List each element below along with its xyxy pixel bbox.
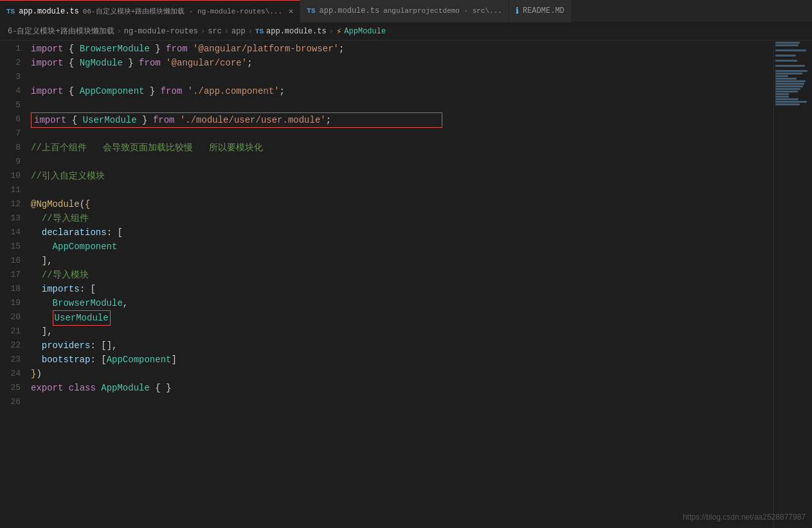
token-white: ], — [42, 326, 53, 337]
token-white — [31, 298, 53, 308]
token-prop: bootstrap — [42, 355, 91, 365]
line-number: 15 — [5, 240, 21, 254]
line-number: 11 — [5, 183, 21, 197]
minimap-line — [775, 73, 802, 75]
line-number: 22 — [5, 339, 21, 353]
line-number: 8 — [5, 141, 21, 155]
tab-inactive-2[interactable]: ℹ README.MD — [509, 0, 572, 22]
code-line — [26, 127, 773, 141]
code-line: declarations: [ — [26, 225, 773, 240]
code-line: import { NgModule } from '@angular/core'… — [26, 56, 773, 70]
minimap-line — [775, 106, 783, 108]
minimap-line — [775, 88, 800, 90]
breadcrumb-path: 6-自定义模块+路由模块懒加载 — [8, 26, 114, 37]
minimap-line — [775, 47, 785, 49]
breadcrumb-ts-icon: TS — [255, 28, 264, 35]
tab-active[interactable]: TS app.module.ts 06-自定义模块+路由模块懒加载 · ng-m… — [0, 0, 300, 22]
minimap-line — [775, 62, 780, 64]
token-kw: import — [31, 86, 63, 96]
line-number: 18 — [5, 282, 21, 296]
code-line — [26, 98, 773, 112]
code-line: //上百个组件 会导致页面加载比较慢 所以要模块化 — [26, 141, 773, 155]
token-white: { — [63, 86, 79, 96]
ts-icon-2: TS — [307, 7, 315, 15]
token-cls: UserModule — [83, 115, 137, 125]
line-number: 26 — [5, 395, 21, 409]
token-white: : [ — [90, 355, 106, 365]
token-white — [96, 383, 101, 393]
token-str: '@angular/platform-browser' — [193, 44, 339, 54]
token-white — [182, 86, 187, 96]
code-line: //导入组件 — [26, 211, 773, 225]
breadcrumb-src: src — [208, 27, 222, 36]
tab-active-subtitle: 06-自定义模块+路由模块懒加载 · ng-module-routes\... — [83, 6, 282, 16]
token-prop: declarations — [42, 227, 107, 238]
token-white — [31, 340, 42, 351]
token-white: ; — [280, 86, 285, 96]
code-area[interactable]: import { BrowserModule } from '@angular/… — [26, 40, 773, 528]
token-white — [174, 115, 179, 125]
token-cls: AppComponent — [107, 355, 172, 365]
code-line — [26, 70, 773, 84]
minimap-line — [775, 60, 797, 62]
breadcrumb-sep-5: › — [329, 27, 334, 36]
line-number: 4 — [5, 84, 21, 98]
tab-inactive-1-subtitle: angularprojectdemo · src\... — [383, 7, 502, 15]
code-line: AppComponent — [26, 240, 773, 254]
token-white — [161, 58, 166, 68]
line-number: 16 — [5, 254, 21, 268]
minimap-line — [775, 85, 803, 87]
editor: 1234567891011121314151617181920212223242… — [0, 40, 812, 528]
token-kw: class — [69, 383, 96, 393]
tab-inactive-2-label: README.MD — [523, 6, 564, 15]
token-comment: //导入组件 — [42, 213, 89, 224]
minimap-line — [775, 52, 780, 54]
line-number: 25 — [5, 381, 21, 395]
token-white: ) — [36, 369, 41, 379]
token-cls: BrowserModule — [53, 298, 123, 308]
token-white — [31, 326, 42, 337]
token-cls: AppComponent — [80, 86, 145, 96]
tab-close-button[interactable]: ✕ — [289, 6, 293, 16]
breadcrumb: 6-自定义模块+路由模块懒加载 › ng-module-routes › src… — [0, 22, 812, 40]
minimap-line — [775, 78, 797, 80]
token-white: ; — [339, 44, 344, 54]
line-number: 5 — [5, 98, 21, 112]
token-kw: from — [161, 86, 183, 96]
tab-bar: TS app.module.ts 06-自定义模块+路由模块懒加载 · ng-m… — [0, 0, 812, 22]
line-number: 20 — [5, 310, 21, 324]
minimap-line — [775, 80, 806, 82]
minimap-line — [775, 96, 789, 98]
minimap-line — [775, 91, 798, 92]
token-white: ], — [42, 256, 53, 266]
token-white: { — [63, 58, 79, 68]
token-prop: providers — [42, 340, 91, 351]
minimap-line — [775, 70, 807, 72]
line-number: 14 — [5, 225, 21, 240]
token-white — [31, 270, 42, 280]
tab-inactive-1-label: app.module.ts — [320, 6, 380, 15]
token-white: } — [137, 115, 153, 125]
breadcrumb-sep-4: › — [248, 27, 253, 36]
minimap-line — [775, 75, 788, 77]
token-white: { } — [150, 383, 172, 393]
code-line: @NgModule({ — [26, 197, 773, 211]
token-white — [31, 227, 42, 238]
token-white: ; — [326, 115, 331, 125]
tab-inactive-1[interactable]: TS app.module.ts angularprojectdemo · sr… — [300, 0, 509, 22]
line-number: 1 — [5, 42, 21, 56]
token-str: '@angular/core' — [166, 58, 247, 68]
token-comment: //上百个组件 会导致页面加载比较慢 所以要模块化 — [31, 143, 263, 153]
breadcrumb-sep-1: › — [117, 27, 122, 36]
ts-icon: TS — [6, 8, 15, 15]
minimap-line — [775, 83, 804, 85]
token-cls: BrowserModule — [80, 44, 150, 54]
breadcrumb-ng: ng-module-routes — [124, 27, 198, 36]
tab-active-label: app.module.ts — [19, 7, 79, 16]
code-line: import { UserModule } from './module/use… — [26, 112, 773, 127]
token-kw: import — [31, 44, 63, 54]
token-kw: export — [31, 383, 63, 393]
code-line: //导入模块 — [26, 268, 773, 282]
minimap — [773, 40, 812, 528]
token-comment: //引入自定义模块 — [31, 171, 105, 181]
